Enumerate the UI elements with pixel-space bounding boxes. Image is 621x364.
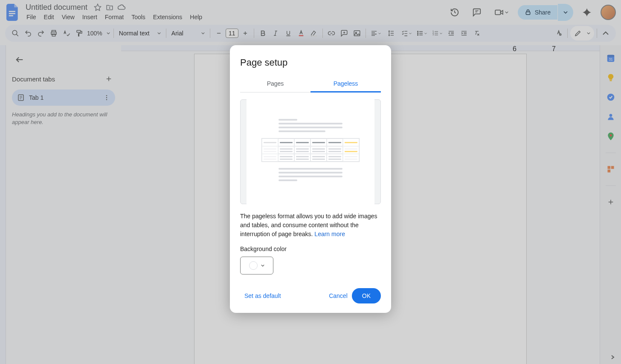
dialog-title: Page setup <box>240 57 381 68</box>
dropdown-caret-icon <box>261 264 264 267</box>
tab-pageless[interactable]: Pageless <box>310 76 381 92</box>
pageless-preview <box>240 99 381 204</box>
set-as-default-button[interactable]: Set as default <box>240 289 285 303</box>
color-swatch-white <box>249 261 258 270</box>
page-setup-dialog: Page setup Pages Pageless The pageless f… <box>230 45 391 313</box>
tab-pages[interactable]: Pages <box>240 76 310 92</box>
ok-button[interactable]: OK <box>352 288 381 303</box>
cancel-button[interactable]: Cancel <box>325 289 352 303</box>
learn-more-link[interactable]: Learn more <box>314 231 345 237</box>
dialog-description: The pageless format allows you to add wi… <box>240 212 381 239</box>
background-color-label: Background color <box>240 246 381 252</box>
background-color-picker[interactable] <box>240 257 273 274</box>
